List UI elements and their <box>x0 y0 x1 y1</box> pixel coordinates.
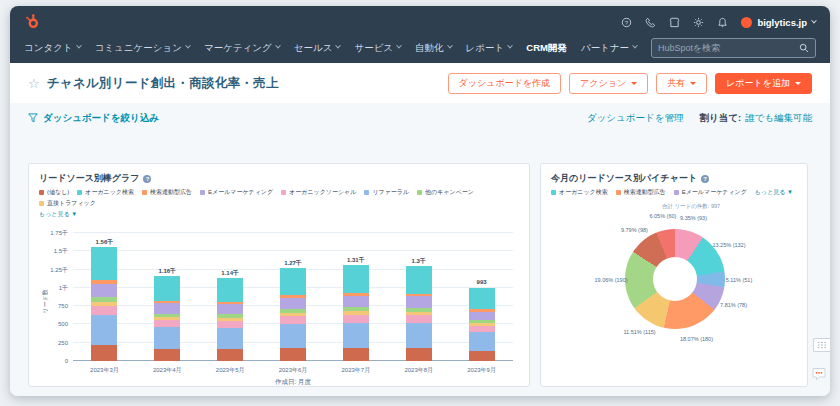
x-tick-label: 2023年5月 <box>199 366 262 375</box>
nav-item[interactable]: レポート <box>466 42 513 55</box>
stacked-bar[interactable]: 1.31千 <box>343 265 369 361</box>
bar-segment[interactable] <box>217 328 243 350</box>
bar-segment[interactable] <box>154 349 180 361</box>
legend-item[interactable]: オーガニック検索 <box>77 188 134 197</box>
legend-item[interactable]: リファーラル <box>364 188 409 197</box>
favorite-star-icon[interactable]: ☆ <box>28 77 40 90</box>
stacked-bar[interactable]: 1.56千 <box>91 247 117 361</box>
bar-segment[interactable] <box>406 348 432 361</box>
bar-segment[interactable] <box>280 298 306 309</box>
bar-segment[interactable] <box>91 345 117 361</box>
filter-dashboard-button[interactable]: ダッシュボードを絞り込み <box>28 112 159 125</box>
bar-segment[interactable] <box>217 321 243 328</box>
phone-icon[interactable] <box>645 17 656 28</box>
bar-segment[interactable] <box>91 315 117 345</box>
stacked-bar[interactable]: 993 <box>469 288 495 361</box>
bar-segment[interactable] <box>343 315 369 323</box>
search-box[interactable] <box>651 38 816 58</box>
bar-segment[interactable] <box>217 304 243 314</box>
stacked-bar[interactable]: 1.3千 <box>406 266 432 361</box>
bar-segment[interactable] <box>406 323 432 348</box>
pie-legend-more[interactable]: もっと見る ▼ <box>755 188 793 197</box>
nav-item[interactable]: CRM開発 <box>526 42 567 55</box>
avatar <box>741 17 752 28</box>
legend-swatch <box>616 190 621 195</box>
manage-dashboards-link[interactable]: ダッシュボードを管理 <box>587 112 684 125</box>
hubspot-logo-icon[interactable] <box>24 14 40 30</box>
bar-segment[interactable] <box>154 276 180 301</box>
nav-item[interactable]: コンタクト <box>24 42 81 55</box>
bar-segment[interactable] <box>91 306 117 315</box>
nav-item[interactable]: セールス <box>294 42 341 55</box>
legend-item[interactable]: (値なし) <box>39 188 69 197</box>
legend-item[interactable]: Eメールマーケティング <box>200 188 273 197</box>
bar-segment[interactable] <box>217 349 243 361</box>
pie-slice-label: 6.05% (60) <box>649 213 676 219</box>
bar-segment[interactable] <box>154 303 180 313</box>
nav-item[interactable]: マーケティング <box>204 42 280 55</box>
legend-swatch <box>200 190 205 195</box>
stacked-bar[interactable]: 1.27千 <box>280 268 306 361</box>
legend-item[interactable]: オーガニックソーシャル <box>281 188 356 197</box>
legend-item[interactable]: 検索連動型広告 <box>142 188 192 197</box>
bar-segment[interactable] <box>280 324 306 348</box>
account-menu[interactable]: biglytics.jp <box>741 17 816 28</box>
bar-segment[interactable] <box>469 351 495 361</box>
marketplace-icon[interactable] <box>669 17 680 28</box>
bar-segment[interactable] <box>406 315 432 323</box>
help-icon[interactable]: ? <box>621 17 632 28</box>
add-report-button[interactable]: レポートを追加 <box>715 73 812 94</box>
bar-segment[interactable] <box>343 265 369 293</box>
bar-segment[interactable] <box>280 316 306 323</box>
stacked-bar[interactable]: 1.14千 <box>217 278 243 361</box>
bar-segment[interactable] <box>280 348 306 361</box>
legend-item[interactable]: 他のキャンペーン <box>417 188 474 197</box>
bar-segment[interactable] <box>343 296 369 307</box>
nav-menu: コンタクトコミュニケーションマーケティングセールスサービス自動化レポートCRM開… <box>24 42 637 55</box>
legend-item[interactable]: 直接トラフィック <box>39 199 96 208</box>
stacked-bar[interactable]: 1.16千 <box>154 276 180 361</box>
x-axis-labels: 2023年3月2023年4月2023年5月2023年6月2023年7月2023年… <box>73 366 513 375</box>
bar-segment[interactable] <box>406 296 432 307</box>
notifications-bell-icon[interactable] <box>717 17 728 28</box>
bar-segment[interactable] <box>343 323 369 348</box>
assigned-label: 割り当て: <box>699 112 741 125</box>
pie-slice-label: 7.81% (78) <box>720 302 747 308</box>
actions-button[interactable]: アクション <box>569 73 648 94</box>
info-icon[interactable]: ? <box>143 175 151 183</box>
chat-bubble-icon[interactable] <box>810 365 827 382</box>
bar-segment[interactable] <box>469 288 495 309</box>
search-icon[interactable] <box>799 39 809 57</box>
info-icon[interactable]: ? <box>701 175 709 183</box>
nav-item[interactable]: 自動化 <box>415 42 452 55</box>
legend-item[interactable]: オーガニック検索 <box>551 188 608 197</box>
legend-item[interactable]: 検索連動型広告 <box>616 188 666 197</box>
nav-item[interactable]: コミュニケーション <box>95 42 190 55</box>
nav-item[interactable]: サービス <box>354 42 401 55</box>
pie-slice-label: 11.51% (115) <box>623 329 655 335</box>
bar-segment[interactable] <box>343 348 369 361</box>
bar-segment[interactable] <box>469 332 495 351</box>
dots-grid-icon[interactable] <box>813 338 830 352</box>
bar-segment[interactable] <box>154 327 180 349</box>
pie-total-annotation: 合計 リードの件数: 997 <box>662 203 720 210</box>
nav-item[interactable]: パートナー <box>581 42 637 55</box>
assigned-value-link[interactable]: 誰でも編集可能 <box>745 112 812 125</box>
bar-segment[interactable] <box>406 266 432 294</box>
bar-segment[interactable] <box>91 247 117 280</box>
donut-chart[interactable] <box>625 229 725 329</box>
legend-item[interactable]: Eメールマーケティング <box>674 188 747 197</box>
bar-segment[interactable] <box>154 320 180 327</box>
share-button[interactable]: 共有 <box>656 73 707 94</box>
create-dashboard-button[interactable]: ダッシュボードを作成 <box>448 73 561 94</box>
chevron-down-icon <box>396 43 402 49</box>
x-tick-label: 2023年6月 <box>262 366 325 375</box>
y-tick-label: 750 <box>58 303 68 309</box>
bar-segment[interactable] <box>280 268 306 295</box>
search-input[interactable] <box>658 43 795 53</box>
bar-segment[interactable] <box>469 312 495 321</box>
settings-gear-icon[interactable] <box>693 17 704 28</box>
bar-legend-more[interactable]: もっと見る ▼ <box>39 210 519 219</box>
bar-segment[interactable] <box>217 278 243 302</box>
bar-segment[interactable] <box>91 284 117 298</box>
